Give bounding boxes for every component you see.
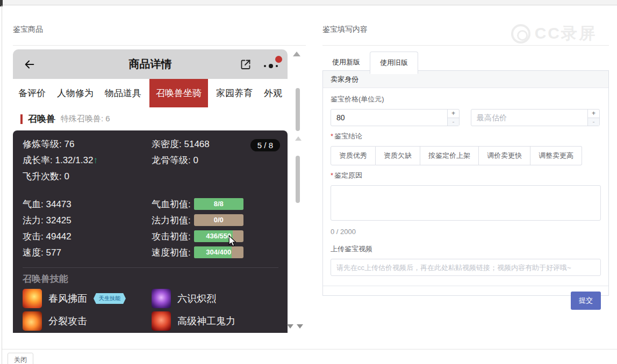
skill-item: 高级神工鬼力 — [152, 311, 288, 331]
pager-badge: 5 / 8 — [250, 139, 280, 151]
innate-skill-badge: 天生技能 — [94, 293, 126, 304]
appraisal-dialog: 鉴宝商品 鉴宝填写内容 CC录屏 商品详情 — [0, 0, 617, 364]
reason-textarea[interactable] — [331, 185, 601, 221]
attribute-stats: 气血: 34473 气血初值: 8/8 法力: 32425 法力初值: 0/0 … — [23, 196, 281, 260]
stat-row: 攻击: 49442 — [23, 230, 152, 243]
stat-row: 飞升次数: 0 — [23, 170, 152, 183]
stat-init-row: 法力初值: 0/0 — [152, 214, 281, 227]
skill-icon-fenlie — [23, 311, 42, 331]
skill-item: 春风拂面 天生技能 — [23, 289, 152, 308]
skills-title: 召唤兽技能 — [23, 273, 288, 285]
tab-items[interactable]: 物品道具 — [102, 79, 145, 107]
section-accent-bar — [20, 114, 23, 124]
left-header-divider — [13, 45, 306, 46]
tab-appearance[interactable]: 外观 — [261, 79, 285, 107]
product-header: 商品详情 — [13, 49, 288, 79]
price-input[interactable] — [331, 110, 441, 126]
share-icon[interactable] — [239, 58, 252, 71]
price-label: 鉴宝价格(单位元) — [331, 94, 601, 104]
required-mark: * — [331, 132, 333, 140]
scrollbar-thumb[interactable] — [296, 88, 300, 131]
init-bar-hp: 8/8 — [194, 198, 243, 210]
watermark-logo-icon — [511, 24, 530, 43]
dot — [276, 65, 278, 67]
stat-row: 成长率: 1.32/1.32↑ — [23, 154, 152, 166]
char-counter: 0 / 2000 — [331, 228, 601, 236]
product-tab-bar: 备评价 人物修为 物品道具 召唤兽坐骑 家园养育 外观 — [13, 79, 288, 107]
skills-divider — [23, 267, 278, 268]
watermark: CC录屏 — [511, 23, 597, 45]
stat-row: 龙骨等级: 0 — [152, 154, 271, 166]
required-mark: * — [331, 171, 333, 179]
tab-summon-mount[interactable]: 召唤兽坐骑 — [149, 79, 208, 107]
option-list-at-appraised-price[interactable]: 按鉴定价上架 — [420, 146, 479, 165]
scroll-up-icon[interactable] — [295, 136, 302, 141]
stat-row: 速度: 577 — [23, 246, 152, 259]
basic-stats: 修炼等级: 76 亲密度: 51468 成长率: 1.32/1.32↑ 龙骨等级… — [23, 136, 271, 184]
tab-home[interactable]: 家园养育 — [213, 79, 256, 107]
dot — [269, 64, 273, 68]
init-bar-mp: 0/0 — [194, 214, 243, 226]
video-label: 上传鉴宝视频 — [331, 244, 601, 254]
stat-init-row: 速度初值: 304/400 — [152, 246, 281, 259]
scrollbar-thumb[interactable] — [296, 156, 300, 203]
scroll-up-icon[interactable] — [293, 52, 300, 56]
reason-label: *鉴定原因 — [331, 171, 601, 180]
tab-old-version[interactable]: 使用旧版 — [370, 52, 418, 74]
summon-stats-card: 5 / 8 修炼等级: 76 亲密度: 51468 成长率: 1.32/1.32… — [13, 130, 288, 333]
watermark-text: CC录屏 — [535, 23, 597, 45]
decrement-button[interactable]: - — [448, 118, 459, 126]
tab-character[interactable]: 人物修为 — [54, 79, 97, 107]
option-adjust-sell-higher[interactable]: 调整卖更高 — [530, 146, 582, 165]
max-price-input-wrap: + - — [471, 109, 600, 126]
max-price-spinner: + - — [587, 110, 599, 126]
conclusion-label: *鉴宝结论 — [331, 132, 601, 141]
seller-identity-header: 卖家身份 — [323, 71, 608, 88]
left-panel-title: 鉴宝商品 — [13, 25, 43, 34]
more-menu-icon[interactable] — [264, 61, 278, 68]
option-quality-lacking[interactable]: 资质欠缺 — [376, 146, 420, 165]
skill-icon-chunfeng — [23, 289, 42, 308]
decrement-button[interactable]: - — [588, 118, 599, 126]
dialog-footer-divider — [2, 349, 617, 350]
dialog-left-border — [2, 5, 2, 364]
section-subtitle: 特殊召唤兽: 6 — [61, 114, 110, 124]
right-panel-title: 鉴宝填写内容 — [322, 25, 368, 34]
section-title: 召唤兽 — [28, 113, 55, 125]
increment-button[interactable]: + — [448, 110, 459, 118]
option-lower-price-sell-faster[interactable]: 调价卖更快 — [479, 146, 530, 165]
right-header-divider — [322, 45, 609, 46]
window-titlebar — [0, 0, 617, 5]
product-preview: 商品详情 备评价 人物修为 物品道具 召唤兽坐骑 家园养育 — [13, 49, 288, 333]
notification-dot — [275, 56, 282, 63]
price-input-wrap: + - — [331, 109, 460, 126]
stat-row: 修炼等级: 76 — [23, 138, 152, 150]
skills-grid: 春风拂面 天生技能 六识炽烈 分裂攻击 高级神工鬼力 — [23, 287, 288, 332]
skill-item: 分裂攻击 — [23, 311, 152, 331]
summon-section-header: 召唤兽 特殊召唤兽: 6 — [13, 107, 288, 130]
skill-icon-shengong — [152, 311, 171, 331]
stat-row: 法力: 32425 — [23, 214, 152, 227]
skill-item: 六识炽烈 — [152, 289, 288, 308]
appraisal-form: 卖家身份 鉴宝价格(单位元) + - + - — [322, 70, 609, 296]
submit-button[interactable]: 提交 — [571, 292, 601, 310]
close-button[interactable]: 关闭 — [8, 353, 33, 364]
skill-icon-liushi — [152, 289, 171, 308]
growth-up-icon: ↑ — [93, 155, 98, 165]
stat-init-row: 攻击初值: 436/550 — [152, 230, 281, 243]
tab-equip-review[interactable]: 备评价 — [15, 79, 49, 107]
init-bar-speed: 304/400 — [194, 246, 243, 258]
conclusion-options: 资质优秀 资质欠缺 按鉴定价上架 调价卖更快 调整卖更高 — [331, 146, 582, 165]
increment-button[interactable]: + — [588, 110, 599, 118]
option-quality-excellent[interactable]: 资质优秀 — [331, 146, 376, 165]
scroll-down-icon[interactable] — [297, 324, 303, 329]
scroll-down-icon[interactable] — [287, 324, 293, 329]
dot — [264, 65, 266, 67]
max-price-input[interactable] — [471, 110, 582, 126]
stat-row: 气血: 34473 — [23, 198, 152, 210]
price-spinner: + - — [447, 110, 459, 126]
mouse-cursor — [228, 235, 236, 247]
stat-init-row: 气血初值: 8/8 — [152, 198, 281, 210]
video-link-input[interactable] — [331, 259, 601, 276]
